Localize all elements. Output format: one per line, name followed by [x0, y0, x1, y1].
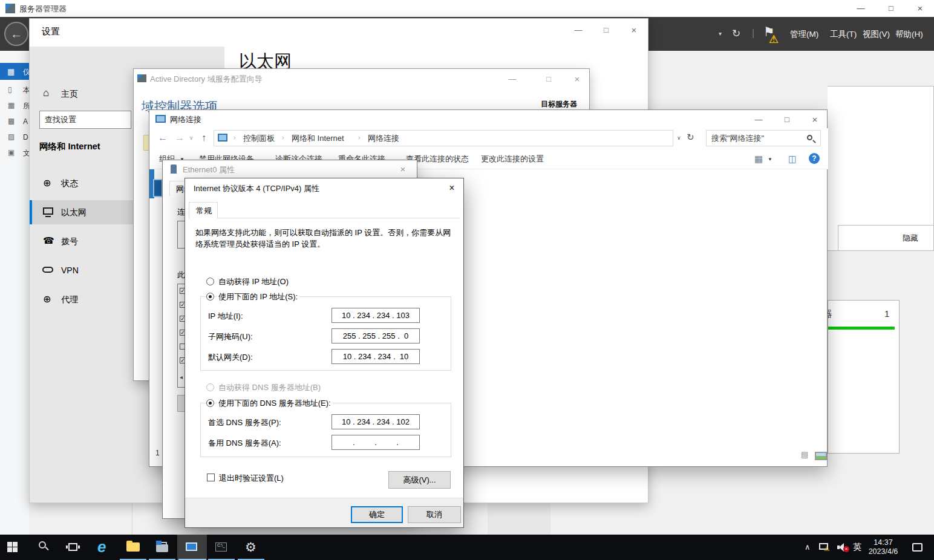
toolbar-change-settings[interactable]: 更改此连接的设置 — [481, 154, 544, 164]
sidebar-item-dashboard[interactable]: ▦ 仪 — [0, 63, 29, 80]
ime-indicator[interactable]: 英 — [853, 542, 861, 553]
breadcrumb-network-connections[interactable]: 网络连接 — [368, 134, 399, 143]
forward-icon[interactable]: → — [175, 132, 185, 144]
maximize-icon[interactable]: □ — [884, 3, 898, 14]
alternate-dns-label: 备用 DNS 服务器(A): — [208, 438, 281, 448]
status-list-view-icon[interactable]: ▤ — [801, 450, 808, 460]
up-icon[interactable]: ↑ — [201, 132, 206, 144]
refresh-icon[interactable]: ↻ — [732, 27, 740, 40]
radio-manual-dns-label: 使用下面的 DNS 服务器地址(E): — [217, 398, 333, 409]
tray-volume-muted-icon[interactable]: × — [837, 543, 851, 552]
settings-taskbar-icon[interactable]: ⚙ — [245, 539, 256, 555]
clock[interactable]: 14:37 2023/4/6 — [861, 538, 905, 557]
desktop: 服务器管理器 — □ × ← ▾ ↻ | ⚑ ⚠ 管理(M) 工具(T) 视图(… — [0, 0, 934, 560]
tray-network-warning-icon: ⚠ — [824, 545, 830, 553]
sidebar-item-dns[interactable]: ▨ D — [0, 129, 29, 144]
close-icon[interactable]: × — [627, 25, 641, 36]
search-icon[interactable] — [39, 541, 50, 552]
search-box-text: 搜索"网络连接" — [711, 134, 764, 143]
address-dropdown-icon[interactable]: ∨ — [677, 135, 681, 142]
dashboard-icon: ▦ — [7, 67, 15, 77]
search-box[interactable]: 搜索"网络连接" — [706, 130, 821, 146]
maximize-icon[interactable]: □ — [780, 114, 794, 125]
minimize-icon[interactable]: — — [854, 3, 867, 14]
hide-button[interactable]: 隐藏 — [903, 233, 918, 243]
chevron-down-icon[interactable]: ▾ — [719, 30, 722, 38]
command-prompt-icon[interactable]: C:\_ — [215, 542, 227, 552]
menu-manage[interactable]: 管理(M) — [790, 30, 818, 40]
close-icon[interactable]: × — [445, 183, 459, 194]
radio-manual-ip[interactable] — [206, 293, 214, 301]
settings-search-input[interactable] — [39, 111, 131, 129]
server-manager-taskbar-icon[interactable] — [156, 544, 168, 552]
address-field[interactable]: › 控制面板 › 网络和 Internet › 网络连接 — [214, 130, 673, 146]
task-view-icon[interactable] — [68, 543, 77, 551]
validate-settings-checkbox[interactable] — [207, 474, 215, 481]
menu-help[interactable]: 帮助(H) — [895, 30, 923, 40]
close-icon[interactable]: × — [913, 3, 927, 14]
ip-address-field[interactable] — [331, 308, 420, 323]
intro-line1: 如果网络支持此功能，则可以获取自动指派的 IP 设置。否则，你需要从网 — [195, 227, 451, 238]
cancel-button[interactable]: 取消 — [408, 506, 461, 523]
close-icon[interactable]: × — [396, 164, 410, 175]
server-manager-title: 服务器管理器 — [19, 4, 67, 14]
close-icon[interactable]: × — [808, 114, 821, 125]
minimize-icon[interactable]: — — [506, 74, 519, 85]
breadcrumb-network-internet[interactable]: 网络和 Internet — [292, 134, 344, 143]
role-card[interactable]: 器 1 — [828, 300, 900, 454]
back-icon[interactable]: ← — [158, 132, 168, 144]
preferred-dns-label: 首选 DNS 服务器(P): — [208, 418, 281, 428]
minimize-icon[interactable]: — — [572, 25, 585, 36]
menu-view[interactable]: 视图(V) — [863, 30, 890, 40]
view-tiles-icon[interactable]: ▦ — [754, 154, 763, 165]
default-gateway-field[interactable] — [331, 349, 420, 364]
selection-indicator — [30, 200, 32, 224]
status-thumbnail-view-icon[interactable] — [815, 452, 827, 460]
ad-wizard-icon — [137, 74, 146, 82]
preferred-dns-field[interactable] — [331, 414, 420, 429]
maximize-icon[interactable]: □ — [599, 25, 613, 36]
back-button[interactable]: ← — [4, 22, 28, 46]
action-center-icon[interactable] — [912, 543, 923, 552]
role-card-count: 1 — [884, 308, 889, 320]
radio-auto-ip-label: 自动获得 IP 地址(O) — [217, 276, 290, 287]
view-caret-icon[interactable]: ▼ — [768, 157, 772, 163]
sidebar-item-all-servers[interactable]: ▦ 所 — [0, 98, 29, 112]
sidebar-item-label: 拨号 — [61, 236, 78, 247]
refresh-icon[interactable]: ↻ — [687, 132, 694, 143]
maximize-icon[interactable]: □ — [542, 74, 555, 85]
help-icon[interactable]: ? — [809, 153, 820, 164]
active-app-slot[interactable] — [177, 535, 207, 560]
recent-dropdown-icon[interactable]: ∨ — [189, 135, 194, 142]
ok-button[interactable]: 确定 — [351, 506, 403, 523]
radio-auto-ip[interactable] — [206, 278, 214, 285]
subnet-mask-label: 子网掩码(U): — [208, 332, 253, 342]
dns-icon: ▨ — [8, 132, 15, 142]
preview-pane-icon[interactable]: ◫ — [788, 154, 797, 165]
start-button-icon[interactable] — [7, 542, 18, 552]
minimize-icon[interactable]: — — [752, 114, 765, 125]
sidebar-item-file-storage[interactable]: ▣ 文 — [0, 145, 29, 160]
tab-general[interactable]: 常规 — [189, 202, 218, 218]
internet-explorer-icon[interactable]: e — [97, 537, 106, 557]
network-connections-title: 网络连接 — [170, 115, 201, 125]
file-explorer-icon[interactable] — [126, 542, 140, 552]
close-icon[interactable]: × — [570, 74, 584, 85]
scroll-left-icon[interactable]: ◂ — [180, 374, 183, 382]
alternate-dns-field[interactable] — [331, 435, 420, 450]
breadcrumb-chevron: › — [234, 134, 236, 142]
adapter-plug-icon — [171, 164, 177, 174]
sidebar-item-label: D — [23, 133, 28, 142]
radio-manual-dns[interactable] — [206, 399, 214, 407]
advanced-button[interactable]: 高级(V)... — [388, 471, 451, 489]
sidebar-item-ad-ds[interactable]: ▩ A — [0, 114, 29, 128]
tray-expand-icon[interactable]: ∧ — [805, 542, 811, 552]
panel-fragment — [488, 503, 550, 535]
sidebar-item-local-server[interactable]: ▯ 本 — [0, 82, 29, 97]
menu-tools[interactable]: 工具(T) — [830, 30, 857, 40]
proxy-globe-icon: ⊕ — [43, 293, 51, 305]
search-icon — [807, 135, 812, 140]
breadcrumb-control-panel[interactable]: 控制面板 — [243, 134, 275, 143]
subnet-mask-field[interactable] — [331, 328, 420, 343]
settings-title: 设置 — [42, 26, 60, 37]
